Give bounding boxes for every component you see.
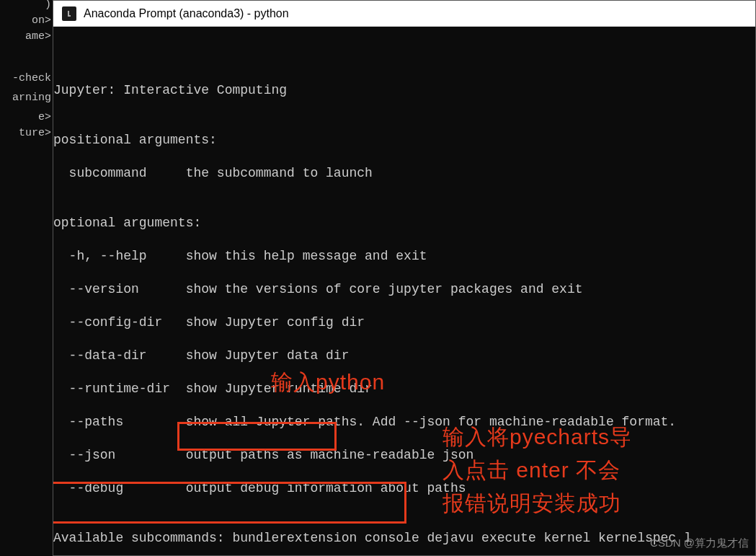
term-line: optional arguments: [53, 215, 755, 231]
term-line: Jupyter: Interactive Computing [53, 82, 755, 99]
fragment-line: on> [0, 13, 53, 29]
term-line: --json output paths as machine-readable … [53, 447, 755, 464]
csdn-watermark: CSDN @算力鬼才信 [650, 537, 749, 550]
term-line: --debug output debug information about p… [53, 480, 755, 497]
terminal-app-icon [62, 6, 76, 21]
term-line: --data-dir show Jupyter data dir [53, 348, 755, 364]
anaconda-prompt-window: Anaconda Prompt (anaconda3) - python Jup… [53, 0, 756, 556]
term-line: subcommand the subcommand to launch [53, 165, 755, 182]
term-line: --paths show all Jupyter paths. Add --js… [53, 414, 755, 431]
background-terminal-fragment: ) on> ame> -check arning e> ture> [0, 0, 53, 556]
window-titlebar[interactable]: Anaconda Prompt (anaconda3) - python [53, 1, 755, 27]
fragment-line: arning [0, 90, 53, 106]
annotation-pyecharts-line3: 报错说明安装成功 [443, 495, 621, 511]
term-line: --config-dir show Jupyter config dir [53, 314, 755, 331]
annotation-pyecharts-line1: 输入将pyecharts导 [443, 428, 632, 445]
term-line: positional arguments: [53, 132, 755, 149]
fragment-line: ) [0, 0, 53, 13]
fragment-line: -check [0, 71, 53, 87]
fragment-line: ture> [0, 125, 53, 141]
annotation-pyecharts-line2: 入点击 enter 不会 [443, 462, 621, 478]
fragment-line: ame> [0, 29, 53, 45]
term-line: --version show the versions of core jupy… [53, 281, 755, 298]
term-line: -h, --help show this help message and ex… [53, 248, 755, 265]
fragment-line: e> [0, 110, 53, 125]
terminal-output[interactable]: Jupyter: Interactive Computing positiona… [53, 27, 755, 555]
term-line: --runtime-dir show Jupyter runtime dir [53, 381, 755, 397]
window-title: Anaconda Prompt (anaconda3) - python [84, 7, 289, 20]
